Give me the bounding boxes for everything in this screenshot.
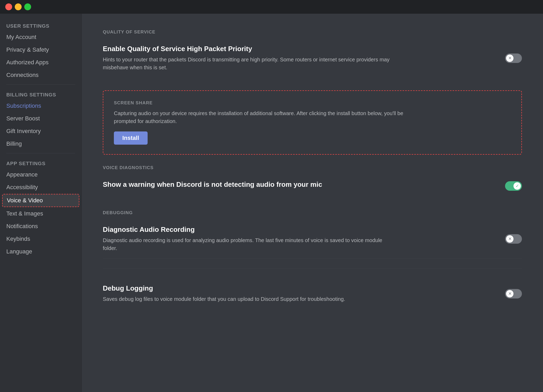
- debug-logging-row: Debug Logging Saves debug log files to v…: [103, 278, 522, 309]
- qos-toggle[interactable]: ✕: [505, 53, 522, 63]
- install-button[interactable]: Install: [114, 131, 148, 145]
- debug-logging-toggle[interactable]: ✕: [505, 289, 522, 298]
- titlebar: [0, 0, 543, 14]
- sidebar-item-text-images[interactable]: Text & Images: [2, 208, 79, 220]
- content-area: QUALITY OF SERVICE Enable Quality of Ser…: [82, 14, 543, 392]
- debug-logging-toggle-knob: ✕: [506, 290, 513, 297]
- diagnostic-audio-toggle[interactable]: ✕: [505, 234, 522, 244]
- diagnostic-audio-toggle-knob: ✕: [506, 235, 513, 243]
- screen-share-section-label: SCREEN SHARE: [114, 100, 511, 106]
- diagnostic-audio-title: Diagnostic Audio Recording: [103, 226, 505, 234]
- app-body: USER SETTINGS My Account Privacy & Safet…: [0, 14, 543, 392]
- sidebar-item-gift-inventory[interactable]: Gift Inventory: [2, 125, 79, 137]
- sidebar-item-language[interactable]: Language: [2, 246, 79, 258]
- debug-logging-desc: Saves debug log files to voice module fo…: [103, 295, 393, 303]
- voice-diagnostics-toggle-knob: ✓: [513, 182, 521, 190]
- sidebar: USER SETTINGS My Account Privacy & Safet…: [0, 14, 82, 392]
- qos-desc: Hints to your router that the packets Di…: [103, 56, 393, 71]
- sidebar-item-appearance[interactable]: Appearance: [2, 169, 79, 181]
- sidebar-item-subscriptions[interactable]: Subscriptions: [2, 100, 79, 112]
- sidebar-item-connections[interactable]: Connections: [2, 69, 79, 81]
- qos-setting-text: Enable Quality of Service High Packet Pr…: [103, 45, 505, 71]
- close-button[interactable]: [5, 3, 12, 10]
- sidebar-item-privacy-safety[interactable]: Privacy & Safety: [2, 44, 79, 56]
- voice-diagnostics-checkmark-icon: ✓: [516, 183, 519, 188]
- debug-logging-title: Debug Logging: [103, 284, 505, 292]
- voice-diagnostics-section-label: VOICE DIAGNOSTICS: [103, 165, 522, 170]
- debugging-section-label: DEBUGGING: [103, 210, 522, 215]
- sidebar-item-server-boost[interactable]: Server Boost: [2, 112, 79, 125]
- sidebar-section-billing-settings: BILLING SETTINGS: [2, 88, 79, 100]
- debugging-divider: [103, 268, 522, 268]
- sidebar-divider-1: [6, 84, 75, 85]
- sidebar-item-my-account[interactable]: My Account: [2, 31, 79, 43]
- sidebar-item-voice-video[interactable]: Voice & Video: [2, 194, 79, 207]
- voice-diagnostics-text: Show a warning when Discord is not detec…: [103, 180, 505, 191]
- sidebar-item-notifications[interactable]: Notifications: [2, 220, 79, 232]
- voice-diagnostics-toggle[interactable]: ✓: [505, 181, 522, 191]
- diagnostic-audio-x-icon: ✕: [508, 236, 512, 241]
- debugging-section: DEBUGGING Diagnostic Audio Recording Dia…: [103, 210, 522, 309]
- qos-section: QUALITY OF SERVICE Enable Quality of Ser…: [103, 30, 522, 78]
- minimize-button[interactable]: [15, 3, 22, 10]
- qos-section-label: QUALITY OF SERVICE: [103, 30, 522, 35]
- sidebar-item-billing[interactable]: Billing: [2, 138, 79, 150]
- diagnostic-audio-text: Diagnostic Audio Recording Diagnostic au…: [103, 226, 505, 252]
- diagnostic-audio-row: Diagnostic Audio Recording Diagnostic au…: [103, 219, 522, 259]
- qos-setting-row: Enable Quality of Service High Packet Pr…: [103, 38, 522, 78]
- maximize-button[interactable]: [24, 3, 31, 10]
- sidebar-divider-2: [6, 153, 75, 153]
- debug-logging-text: Debug Logging Saves debug log files to v…: [103, 284, 505, 303]
- sidebar-section-user-settings: USER SETTINGS: [2, 19, 79, 31]
- qos-toggle-knob: ✕: [506, 55, 513, 62]
- qos-title: Enable Quality of Service High Packet Pr…: [103, 45, 505, 53]
- sidebar-item-authorized-apps[interactable]: Authorized Apps: [2, 56, 79, 68]
- screen-share-box: SCREEN SHARE Capturing audio on your dev…: [103, 90, 522, 155]
- diagnostic-audio-desc: Diagnostic audio recording is used for a…: [103, 236, 393, 252]
- sidebar-item-keybinds[interactable]: Keybinds: [2, 233, 79, 245]
- voice-diagnostics-title: Show a warning when Discord is not detec…: [103, 180, 505, 189]
- qos-toggle-x-icon: ✕: [508, 56, 512, 61]
- voice-diagnostics-section: VOICE DIAGNOSTICS Show a warning when Di…: [103, 165, 522, 198]
- screen-share-desc: Capturing audio on your device requires …: [114, 109, 404, 125]
- debug-logging-x-icon: ✕: [508, 291, 512, 296]
- sidebar-item-accessibility[interactable]: Accessibility: [2, 181, 79, 193]
- voice-diagnostics-row: Show a warning when Discord is not detec…: [103, 174, 522, 198]
- sidebar-section-app-settings: APP SETTINGS: [2, 156, 79, 169]
